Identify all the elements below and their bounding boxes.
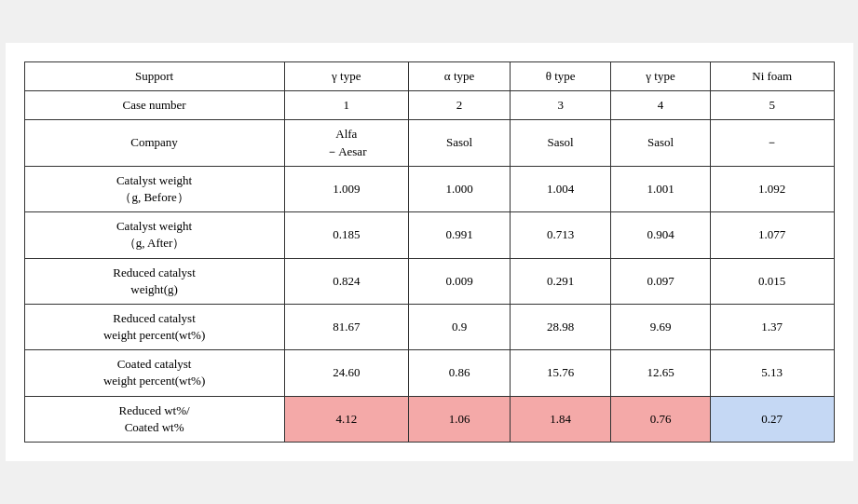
- catalyst-weight-after-label-line1: Catalyst weight: [116, 219, 192, 233]
- coated-catalyst-weight-percent-label-line1: Coated catalyst: [117, 357, 192, 371]
- case-number-row: Case number 1 2 3 4 5: [24, 91, 834, 120]
- reduced-catalyst-weight-percent-label: Reduced catalyst weight percent(wt%): [24, 304, 284, 349]
- reduced-weight-1: 0.824: [284, 258, 408, 304]
- catalyst-after-5: 1.077: [710, 212, 834, 258]
- catalyst-weight-before-label-line2: （g, Before）: [119, 190, 188, 204]
- ratio-3: 1.84: [511, 396, 611, 442]
- header-row: Support γ type α type θ type γ type Ni f…: [24, 62, 834, 91]
- col4-header: γ type: [611, 62, 711, 91]
- support-header: Support: [24, 62, 284, 91]
- coated-percent-4: 12.65: [611, 350, 711, 396]
- reduced-weight-4: 0.097: [611, 258, 711, 304]
- catalyst-after-4: 0.904: [611, 212, 711, 258]
- coated-catalyst-weight-percent-label: Coated catalyst weight percent(wt%): [24, 350, 284, 396]
- case-number-1: 1: [284, 91, 408, 120]
- case-number-3: 3: [511, 91, 611, 120]
- reduced-catalyst-weight-label-line1: Reduced catalyst: [113, 266, 195, 279]
- ratio-label-line2: Coated wt%: [125, 420, 184, 434]
- reduced-catalyst-weight-percent-row: Reduced catalyst weight percent(wt%) 81.…: [24, 304, 834, 349]
- catalyst-weight-before-label-line1: Catalyst weight: [116, 173, 192, 187]
- case-number-label: Case number: [24, 91, 284, 120]
- catalyst-after-1: 0.185: [284, 212, 408, 258]
- reduced-catalyst-weight-percent-label-line2: weight percent(wt%): [103, 328, 205, 342]
- ratio-2: 1.06: [408, 396, 510, 442]
- catalyst-weight-before-label: Catalyst weight （g, Before）: [24, 166, 284, 211]
- reduced-weight-5: 0.015: [710, 258, 834, 304]
- col5-header: Ni foam: [710, 62, 834, 91]
- catalyst-weight-after-row: Catalyst weight （g, After） 0.185 0.991 0…: [24, 212, 834, 258]
- reduced-percent-5: 1.37: [710, 304, 834, 349]
- reduced-percent-1: 81.67: [284, 304, 408, 349]
- coated-percent-5: 5.13: [710, 350, 834, 396]
- catalyst-weight-after-label-line2: （g, After）: [124, 236, 185, 250]
- coated-percent-2: 0.86: [408, 350, 510, 396]
- catalyst-before-4: 1.001: [611, 166, 711, 211]
- col1-header: γ type: [284, 62, 408, 91]
- catalyst-before-1: 1.009: [284, 166, 408, 211]
- col3-header: θ type: [511, 62, 611, 91]
- catalyst-after-3: 0.713: [511, 212, 611, 258]
- company-4: Sasol: [611, 120, 711, 166]
- ratio-label-line1: Reduced wt%/: [119, 403, 190, 417]
- col2-header: α type: [408, 62, 510, 91]
- coated-percent-1: 24.60: [284, 350, 408, 396]
- coated-percent-3: 15.76: [511, 350, 611, 396]
- ratio-label: Reduced wt%/ Coated wt%: [24, 396, 284, 442]
- catalyst-weight-before-row: Catalyst weight （g, Before） 1.009 1.000 …: [24, 166, 834, 211]
- catalyst-before-2: 1.000: [408, 166, 510, 211]
- ratio-row: Reduced wt%/ Coated wt% 4.12 1.06 1.84 0…: [24, 396, 834, 442]
- company-5: －: [710, 120, 834, 166]
- reduced-percent-3: 28.98: [511, 304, 611, 349]
- company-label: Company: [24, 120, 284, 166]
- reduced-percent-2: 0.9: [408, 304, 510, 349]
- reduced-catalyst-weight-percent-label-line1: Reduced catalyst: [113, 311, 195, 325]
- coated-catalyst-weight-percent-label-line2: weight percent(wt%): [103, 374, 205, 388]
- data-table: Support γ type α type θ type γ type Ni f…: [24, 61, 835, 443]
- catalyst-before-5: 1.092: [710, 166, 834, 211]
- company-row: Company Alfa －Aesar Sasol Sasol Sasol －: [24, 120, 834, 166]
- reduced-catalyst-weight-label-line2: weight(g): [130, 282, 178, 296]
- company-3: Sasol: [511, 120, 611, 166]
- case-number-5: 5: [710, 91, 834, 120]
- catalyst-weight-after-label: Catalyst weight （g, After）: [24, 212, 284, 258]
- catalyst-before-3: 1.004: [511, 166, 611, 211]
- reduced-weight-3: 0.291: [511, 258, 611, 304]
- company-1: Alfa －Aesar: [284, 120, 408, 166]
- company-2: Sasol: [408, 120, 510, 166]
- reduced-catalyst-weight-row: Reduced catalyst weight(g) 0.824 0.009 0…: [24, 258, 834, 304]
- reduced-catalyst-weight-label: Reduced catalyst weight(g): [24, 258, 284, 304]
- coated-catalyst-weight-percent-row: Coated catalyst weight percent(wt%) 24.6…: [24, 350, 834, 396]
- ratio-1: 4.12: [284, 396, 408, 442]
- catalyst-after-2: 0.991: [408, 212, 510, 258]
- reduced-weight-2: 0.009: [408, 258, 510, 304]
- case-number-2: 2: [408, 91, 510, 120]
- case-number-4: 4: [611, 91, 711, 120]
- ratio-5: 0.27: [710, 396, 834, 442]
- table-container: Support γ type α type θ type γ type Ni f…: [6, 43, 853, 461]
- reduced-percent-4: 9.69: [611, 304, 711, 349]
- ratio-4: 0.76: [611, 396, 711, 442]
